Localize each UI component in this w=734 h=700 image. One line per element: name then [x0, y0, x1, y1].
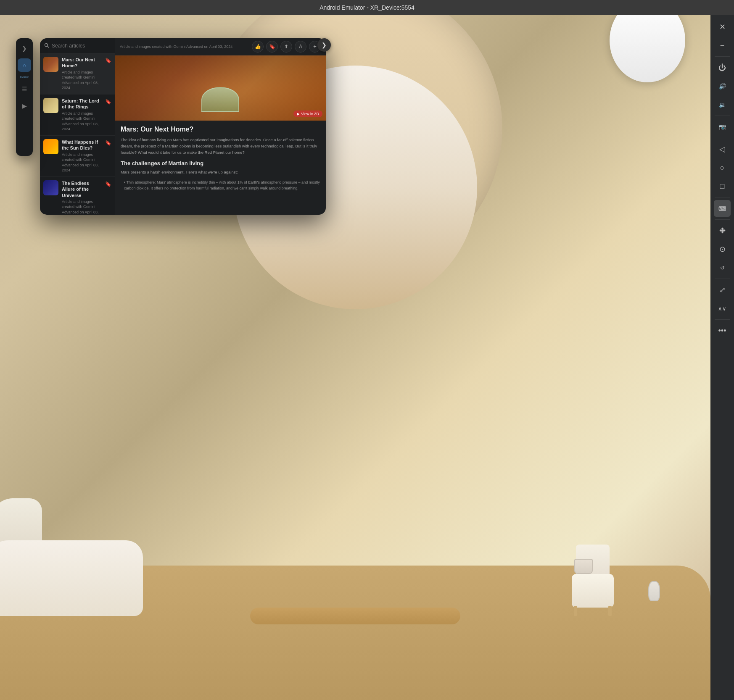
article-list: Mars: Our Next Home? Article and images … — [40, 53, 115, 215]
title-label: Android Emulator - XR_Device:5554 — [319, 4, 415, 11]
waypoint-icon: ∧∨ — [718, 305, 726, 312]
collapse-view-button[interactable]: ⤢ — [714, 282, 731, 298]
content-body: ▶ View in 3D Mars: Our Next Home? The id… — [115, 55, 326, 215]
divider-7 — [715, 319, 730, 320]
sidebar-collapse-btn[interactable]: ❯ — [18, 42, 31, 55]
emulator-area: ❯ ⌂ Home ☰ ▶ ❯ — [0, 15, 734, 700]
more-options-icon: ••• — [718, 326, 726, 335]
font-button[interactable]: A — [295, 41, 306, 53]
article-meta-allure: Article and images created with Gemini A… — [62, 199, 102, 215]
article-info-allure: The Endless Allure of the Universe Artic… — [62, 180, 102, 215]
search-bar: ⋮ — [40, 38, 115, 53]
close-button[interactable]: ✕ — [714, 18, 731, 35]
zoom-button[interactable]: ⊙ — [714, 241, 731, 258]
home-button[interactable]: ○ — [714, 159, 731, 176]
sofa-body — [0, 540, 143, 616]
chair-leg-left — [574, 606, 577, 616]
volume-down-button[interactable]: 🔉 — [714, 96, 731, 113]
article-text: Mars: Our Next Home? The idea of humans … — [115, 121, 326, 197]
article-thumb-saturn — [43, 98, 58, 113]
rotate-button[interactable]: ↺ — [714, 259, 731, 276]
home-circle-icon: ○ — [720, 163, 725, 172]
search-input[interactable] — [52, 43, 115, 49]
article-meta-saturn: Article and images created with Gemini A… — [62, 111, 102, 132]
divider-6 — [715, 279, 730, 279]
volume-up-button[interactable]: 🔊 — [714, 78, 731, 95]
coffee-table — [250, 608, 460, 624]
minimize-icon: − — [720, 41, 725, 50]
home-label: Home — [20, 75, 29, 79]
article-title-sun: What Happens if the Sun Dies? — [62, 139, 102, 151]
view-3d-button[interactable]: ▶ View in 3D — [293, 111, 322, 117]
back-button[interactable]: ◁ — [714, 141, 731, 158]
more-options-button[interactable]: ••• — [714, 322, 731, 339]
right-toolbar: ✕ − ⏻ 🔊 🔉 📷 ◁ ○ □ ⌨ — [710, 15, 734, 700]
like-button[interactable]: 👍 — [252, 41, 264, 53]
article-intro: The idea of humans living on Mars has ca… — [121, 137, 320, 156]
title-bar: Android Emulator - XR_Device:5554 — [0, 0, 734, 15]
sidebar-item-play[interactable]: ▶ — [18, 99, 31, 113]
divider-2 — [715, 116, 730, 116]
article-title-allure: The Endless Allure of the Universe — [62, 180, 102, 198]
article-item-sun[interactable]: What Happens if the Sun Dies? Article an… — [40, 136, 115, 177]
view-3d-label: View in 3D — [301, 112, 319, 116]
bookmark-icon-saturn[interactable]: 🔖 — [105, 99, 111, 105]
camera-button[interactable]: 📷 — [714, 118, 731, 135]
article-meta-mars: Article and images created with Gemini A… — [62, 70, 102, 91]
view-3d-icon: ▶ — [297, 112, 300, 116]
waypoint-button[interactable]: ∧∨ — [714, 300, 731, 317]
sofa — [0, 498, 143, 616]
collapse-button[interactable]: ❯ — [317, 38, 331, 52]
article-info-mars: Mars: Our Next Home? Article and images … — [62, 57, 102, 91]
sidebar-item-list[interactable]: ☰ — [18, 82, 31, 96]
article-item-mars[interactable]: Mars: Our Next Home? Article and images … — [40, 53, 115, 95]
play-icon: ▶ — [22, 103, 27, 109]
power-button[interactable]: ⏻ — [714, 59, 731, 76]
bookmark-icon-allure[interactable]: 🔖 — [105, 181, 111, 187]
bookmark-icon-sun[interactable]: 🔖 — [105, 140, 111, 146]
article-item-saturn[interactable]: Saturn: The Lord of the Rings Article an… — [40, 95, 115, 136]
article-info-saturn: Saturn: The Lord of the Rings Article an… — [62, 98, 102, 132]
move-icon: ✥ — [719, 226, 726, 235]
article-info-sun: What Happens if the Sun Dies? Article an… — [62, 139, 102, 173]
search-icon — [44, 42, 49, 50]
article-sidebar: ⋮ Mars: Our Next Home? Article and image… — [40, 38, 115, 215]
content-meta: Article and images created with Gemini A… — [120, 45, 249, 49]
chair-body — [572, 574, 614, 608]
close-icon: ✕ — [719, 22, 726, 32]
volume-down-icon: 🔉 — [719, 101, 726, 108]
overview-button[interactable]: □ — [714, 178, 731, 195]
sidebar-item-home[interactable]: ⌂ — [18, 58, 31, 72]
camera-icon: 📷 — [719, 124, 726, 130]
article-item-allure[interactable]: The Endless Allure of the Universe Artic… — [40, 177, 115, 215]
divider-4 — [715, 197, 730, 197]
article-title-mars: Mars: Our Next Home? — [62, 57, 102, 69]
article-meta-sun: Article and images created with Gemini A… — [62, 152, 102, 173]
chair-leg-right — [608, 606, 612, 616]
collapse-view-icon: ⤢ — [719, 285, 726, 295]
hero-image: ▶ View in 3D — [115, 55, 326, 121]
bookmark-icon-mars[interactable]: 🔖 — [105, 58, 111, 63]
rotate-icon: ↺ — [720, 265, 725, 271]
move-button[interactable]: ✥ — [714, 222, 731, 239]
article-title-saturn: Saturn: The Lord of the Rings — [62, 98, 102, 110]
keyboard-button[interactable]: ⌨ — [714, 200, 731, 217]
article-main-title: Mars: Our Next Home? — [121, 126, 320, 133]
mars-dome — [201, 87, 239, 112]
divider-3 — [715, 138, 730, 138]
keyboard-icon: ⌨ — [718, 205, 726, 212]
power-icon: ⏻ — [718, 63, 726, 72]
minimize-button[interactable]: − — [714, 37, 731, 54]
bookmark-button[interactable]: 🔖 — [266, 41, 278, 53]
overview-icon: □ — [720, 182, 725, 191]
lamp-ball — [610, 15, 685, 82]
share-button[interactable]: ⬆ — [280, 41, 292, 53]
vr-background: ❯ ⌂ Home ☰ ▶ ❯ — [0, 15, 710, 700]
ar-app-container: ⋮ Mars: Our Next Home? Article and image… — [40, 38, 326, 215]
svg-point-0 — [45, 43, 48, 46]
home-icon: ⌂ — [23, 62, 26, 68]
cup — [574, 559, 593, 574]
divider-5 — [715, 219, 730, 220]
nav-sidebar: ❯ ⌂ Home ☰ ▶ — [16, 38, 33, 156]
list-icon: ☰ — [22, 86, 27, 92]
